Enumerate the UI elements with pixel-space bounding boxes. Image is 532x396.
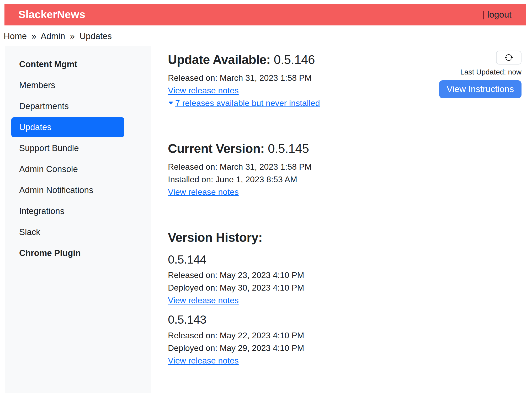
- main-content: Update Available: 0.5.146 Released on: M…: [151, 46, 527, 367]
- history-version-number: 0.5.144: [168, 253, 522, 266]
- update-actions: Last Updated: now View Instructions: [439, 51, 522, 98]
- current-version-heading: Current Version: 0.5.145: [168, 141, 522, 156]
- sidebar-item-members[interactable]: Members: [11, 75, 124, 95]
- current-installed-on: Installed on: June 1, 2023 8:53 AM: [168, 173, 522, 186]
- update-available-info: Update Available: 0.5.146 Released on: M…: [168, 52, 320, 109]
- update-available-version: 0.5.146: [274, 53, 315, 67]
- breadcrumb-admin[interactable]: Admin: [41, 31, 65, 41]
- refresh-button[interactable]: [496, 51, 522, 65]
- update-available-heading: Update Available: 0.5.146: [168, 52, 320, 67]
- breadcrumb-home[interactable]: Home: [4, 31, 27, 41]
- history-released-on: Released on: May 22, 2023 4:10 PM: [168, 329, 522, 342]
- arrow-repeat-icon: [504, 53, 513, 62]
- last-updated-text: Last Updated: now: [460, 68, 522, 76]
- sidebar-item-admin-notifications[interactable]: Admin Notifications: [11, 180, 124, 200]
- breadcrumb-separator: »: [31, 31, 36, 41]
- current-released-on: Released on: March 31, 2023 1:58 PM: [168, 160, 522, 173]
- update-available-label: Update Available:: [168, 53, 270, 67]
- app-brand: SlackerNews: [18, 8, 85, 21]
- current-version-section: Current Version: 0.5.145 Released on: Ma…: [168, 141, 522, 198]
- logout-area: | logout: [482, 9, 512, 20]
- caret-down-icon: [168, 100, 174, 106]
- sidebar-item-support-bundle[interactable]: Support Bundle: [11, 138, 124, 158]
- update-released-on: Released on: March 31, 2023 1:58 PM: [168, 72, 320, 84]
- history-deployed-on: Deployed on: May 29, 2023 4:10 PM: [168, 342, 522, 354]
- page-layout: Content Mgmt Members Departments Updates…: [5, 46, 527, 393]
- current-version-number: 0.5.145: [268, 142, 309, 156]
- sidebar-item-departments[interactable]: Departments: [11, 96, 124, 116]
- app-header: SlackerNews | logout: [4, 4, 526, 25]
- history-version-number: 0.5.143: [168, 313, 522, 327]
- sidebar-item-updates[interactable]: Updates: [11, 117, 124, 137]
- update-available-section: Update Available: 0.5.146 Released on: M…: [168, 52, 522, 109]
- breadcrumb-updates[interactable]: Updates: [79, 31, 112, 41]
- update-release-notes-link[interactable]: View release notes: [168, 84, 239, 97]
- logout-separator: |: [482, 9, 485, 20]
- current-version-label: Current Version:: [168, 142, 264, 156]
- version-history-entry: 0.5.144 Released on: May 23, 2023 4:10 P…: [168, 253, 522, 307]
- sidebar-item-integrations[interactable]: Integrations: [11, 201, 124, 221]
- version-history-entry: 0.5.143 Released on: May 22, 2023 4:10 P…: [168, 313, 522, 367]
- logout-link[interactable]: logout: [487, 9, 512, 20]
- releases-toggle-row: 7 releases available but never installed: [168, 97, 320, 109]
- view-instructions-button[interactable]: View Instructions: [439, 80, 522, 98]
- sidebar-item-content-mgmt[interactable]: Content Mgmt: [11, 54, 124, 74]
- sidebar-item-admin-console[interactable]: Admin Console: [11, 159, 124, 179]
- current-release-notes-link[interactable]: View release notes: [168, 186, 239, 198]
- section-divider: [168, 213, 522, 213]
- history-release-notes-link[interactable]: View release notes: [168, 294, 239, 307]
- history-released-on: Released on: May 23, 2023 4:10 PM: [168, 269, 522, 281]
- section-divider: [168, 124, 522, 124]
- version-history-section: Version History: 0.5.144 Released on: Ma…: [168, 230, 522, 367]
- history-deployed-on: Deployed on: May 30, 2023 4:10 PM: [168, 281, 522, 294]
- breadcrumb: Home » Admin » Updates: [4, 31, 528, 41]
- releases-never-installed-link[interactable]: 7 releases available but never installed: [175, 97, 320, 109]
- breadcrumb-separator: »: [70, 31, 75, 41]
- sidebar-item-chrome-plugin[interactable]: Chrome Plugin: [11, 243, 124, 263]
- admin-sidebar: Content Mgmt Members Departments Updates…: [5, 46, 151, 393]
- history-release-notes-link[interactable]: View release notes: [168, 354, 239, 367]
- sidebar-item-slack[interactable]: Slack: [11, 222, 124, 242]
- version-history-heading: Version History:: [168, 230, 522, 245]
